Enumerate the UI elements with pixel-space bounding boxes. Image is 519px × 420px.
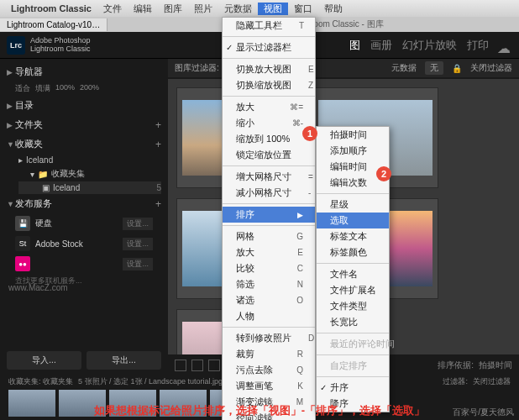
menu-item[interactable]: 减小网格尺寸- bbox=[223, 185, 315, 201]
navigator-zoom: 适合 填满 100% 200% bbox=[7, 81, 161, 96]
menu-file[interactable]: 文件 bbox=[97, 3, 128, 15]
close-filter[interactable]: 关闭过滤器 bbox=[470, 62, 512, 74]
menu-item[interactable]: 锁定缩放位置 bbox=[223, 147, 315, 163]
annotation-badge-2: 2 bbox=[376, 166, 391, 181]
module-slideshow[interactable]: 幻灯片放映 bbox=[402, 38, 457, 53]
app-brand: Adobe PhotoshopLightroom Classic bbox=[30, 37, 91, 54]
menu-item[interactable]: 网格G bbox=[223, 228, 315, 244]
window-titlebar: room Classic - 图库 bbox=[311, 17, 384, 32]
publish-flickr[interactable]: ●●设置... bbox=[7, 254, 161, 274]
menu-item[interactable]: 文件名 bbox=[317, 266, 389, 282]
menu-item[interactable]: 切换放大视图E bbox=[223, 61, 315, 77]
app-logo-icon: Lrc bbox=[7, 36, 25, 55]
filter-label: 过滤器: bbox=[443, 376, 468, 387]
menu-item[interactable]: 文件扩展名 bbox=[317, 282, 389, 298]
panel-navigator[interactable]: ▶导航器 bbox=[7, 62, 161, 81]
import-button[interactable]: 导入... bbox=[7, 351, 81, 370]
close-filter[interactable]: 关闭过滤器 bbox=[473, 376, 511, 387]
panel-publish[interactable]: ▼发布服务+ bbox=[7, 194, 161, 213]
menu-item[interactable]: 污点去除Q bbox=[223, 362, 315, 378]
collection-item[interactable]: ▸Iceland bbox=[18, 154, 161, 166]
menu-item[interactable]: 放大E bbox=[223, 244, 315, 260]
menu-item[interactable]: 标签文本 bbox=[317, 228, 389, 244]
tutorial-caption: 如果想根据标记给照片排序，选择「视图」-「排序」，选择「选取」 bbox=[0, 403, 519, 418]
panel-collections[interactable]: ▼收藏夹+ bbox=[7, 134, 161, 154]
menu-item: 自定排序 bbox=[317, 358, 389, 374]
menu-item: 最近的评论时间 bbox=[317, 336, 389, 352]
menu-window[interactable]: 窗口 bbox=[288, 3, 318, 15]
menu-item[interactable]: 增大网格尺寸= bbox=[223, 169, 315, 185]
menu-item[interactable]: 选取 bbox=[317, 213, 389, 228]
grid-view-icon[interactable] bbox=[175, 360, 186, 371]
view-menu-dropdown: 隐藏工具栏T显示过滤器栏切换放大视图E切换缩放视图Z放大⌘=缩小⌘-缩放到 10… bbox=[222, 17, 316, 420]
attribution: 百家号/夏天德风 bbox=[453, 407, 514, 418]
menu-edit[interactable]: 编辑 bbox=[128, 3, 158, 15]
menu-item[interactable]: 调整画笔K bbox=[223, 378, 315, 394]
module-picker: 图 画册 幻灯片放映 打印 bbox=[349, 38, 489, 53]
annotation-badge-1: 1 bbox=[302, 126, 317, 141]
filter-metadata[interactable]: 元数据 bbox=[391, 62, 417, 74]
menu-item[interactable]: 标签颜色 bbox=[317, 244, 389, 260]
menu-item[interactable]: 切换缩放视图Z bbox=[223, 77, 315, 93]
collection-set[interactable]: ▾📁收藏夹集 bbox=[18, 166, 161, 181]
loupe-view-icon[interactable] bbox=[191, 360, 203, 371]
publish-adobe-stock[interactable]: StAdobe Stock设置... bbox=[7, 234, 161, 254]
app-menu[interactable]: Lightroom Classic bbox=[5, 3, 97, 13]
lock-icon[interactable]: 🔒 bbox=[452, 64, 462, 73]
menu-help[interactable]: 帮助 bbox=[318, 3, 349, 15]
collection-item-selected[interactable]: ▣Iceland5 bbox=[18, 181, 161, 194]
watermark: www.MacZ.com bbox=[8, 283, 68, 292]
window-title: room Classic - 图库 bbox=[311, 18, 384, 30]
menu-metadata[interactable]: 元数据 bbox=[218, 3, 258, 15]
filter-bar: 图库过滤器: 元数据 无 🔒 关闭过滤器 bbox=[168, 59, 519, 77]
collections-tree: ▸Iceland ▾📁收藏夹集 ▣Iceland5 bbox=[7, 154, 161, 194]
menu-item[interactable]: 比较C bbox=[223, 260, 315, 276]
menu-item[interactable]: 长宽比 bbox=[317, 314, 389, 330]
menu-item[interactable]: 星级 bbox=[317, 197, 389, 213]
module-book[interactable]: 画册 bbox=[370, 38, 392, 53]
panel-folders[interactable]: ▶文件夹+ bbox=[7, 115, 161, 134]
window-tab[interactable]: Lightroom Catalog-v10… bbox=[0, 18, 107, 31]
menu-photo[interactable]: 照片 bbox=[188, 3, 218, 15]
module-print[interactable]: 打印 bbox=[467, 38, 489, 53]
macos-menubar: Lightroom Classic 文件 编辑 图库 照片 元数据 视图 窗口 … bbox=[0, 0, 519, 17]
sort-dropdown[interactable]: 拍摄时间 bbox=[479, 360, 512, 371]
sort-label: 排序依据: bbox=[438, 360, 474, 371]
export-button[interactable]: 导出... bbox=[86, 351, 161, 370]
selection-info: 5 张照片 / 选定 1张 / Landscape tutorial.jpg ▾ bbox=[78, 376, 229, 387]
menu-item[interactable]: 文件类型 bbox=[317, 298, 389, 314]
filter-label: 图库过滤器: bbox=[175, 62, 219, 74]
menu-item[interactable]: 放大⌘= bbox=[223, 99, 315, 115]
menu-item[interactable]: 隐藏工具栏T bbox=[223, 18, 315, 34]
menu-item[interactable]: 诸选O bbox=[223, 292, 315, 308]
menu-view[interactable]: 视图 bbox=[258, 3, 288, 15]
menu-item[interactable]: 排序▶ bbox=[223, 207, 315, 223]
menu-item[interactable]: 转到修改照片D bbox=[223, 330, 315, 346]
menu-item[interactable]: 筛选N bbox=[223, 276, 315, 292]
panel-catalog[interactable]: ▶目录 bbox=[7, 96, 161, 115]
module-library[interactable]: 图 bbox=[349, 38, 360, 53]
cloud-sync-icon[interactable]: ☁ bbox=[497, 40, 512, 50]
menu-item[interactable]: 缩小⌘- bbox=[223, 115, 315, 131]
publish-harddrive[interactable]: 💾硬盘设置... bbox=[7, 213, 161, 234]
menu-item[interactable]: 拍摄时间 bbox=[317, 127, 389, 143]
menu-item[interactable]: 缩放到 100% bbox=[223, 131, 315, 147]
compare-view-icon[interactable] bbox=[208, 360, 220, 371]
menu-item[interactable]: 升序 bbox=[317, 380, 389, 396]
menu-item[interactable]: 人物 bbox=[223, 308, 315, 324]
menu-library[interactable]: 图库 bbox=[158, 3, 188, 15]
filter-none-button[interactable]: 无 bbox=[425, 61, 443, 75]
menu-item[interactable]: 裁剪R bbox=[223, 346, 315, 362]
menu-item[interactable]: 显示过滤器栏 bbox=[223, 39, 315, 55]
menu-item[interactable]: 添加顺序 bbox=[317, 143, 389, 159]
breadcrumb[interactable]: 收藏夹集: 收藏夹集 bbox=[8, 376, 73, 387]
left-sidebar: ▶导航器 适合 填满 100% 200% ▶目录 ▶文件夹+ ▼收藏夹+ ▸Ic… bbox=[0, 59, 168, 376]
